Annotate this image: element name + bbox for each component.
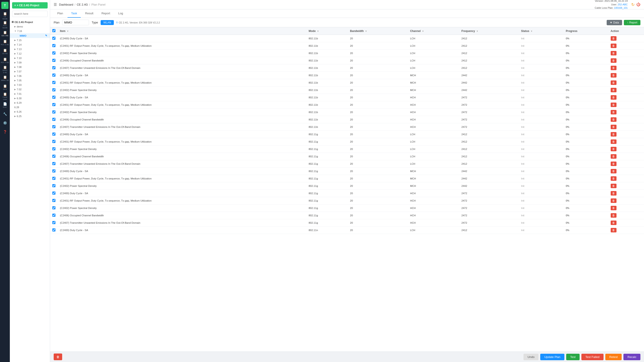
row-checkbox[interactable] xyxy=(52,88,56,91)
sidebar-item-712[interactable]: ▶ 7.12 xyxy=(10,51,50,56)
row-delete-button[interactable]: 🗑 xyxy=(611,154,616,159)
delete-button[interactable]: 🗑 xyxy=(54,354,62,360)
retest-button[interactable]: Retest xyxy=(605,354,622,360)
row-checkbox[interactable] xyxy=(52,132,56,136)
nav-item-doc[interactable]: 📄 DOC xyxy=(1,101,9,109)
row-checkbox[interactable] xyxy=(52,51,56,54)
nav-item-dfs[interactable]: 📋 DFS xyxy=(1,83,9,92)
row-checkbox[interactable] xyxy=(52,228,56,232)
search-input[interactable] xyxy=(12,11,48,17)
row-delete-button[interactable]: 🗑 xyxy=(611,110,616,114)
row-delete-button[interactable]: 🗑 xyxy=(611,184,616,188)
row-delete-button[interactable]: 🗑 xyxy=(611,221,616,225)
row-checkbox[interactable] xyxy=(52,110,56,113)
sidebar-item-625[interactable]: ▶ 6.25 xyxy=(10,114,50,118)
sidebar-item-629[interactable]: ▶ 6.29 xyxy=(10,100,50,105)
power-icon[interactable]: ⏻ xyxy=(636,2,640,7)
sidebar-item-715[interactable]: ▶ 7.15 xyxy=(10,38,50,42)
row-delete-button[interactable]: 🗑 xyxy=(611,73,616,77)
row-delete-button[interactable]: 🗑 xyxy=(611,125,616,129)
row-checkbox[interactable] xyxy=(52,162,56,165)
row-delete-button[interactable]: 🗑 xyxy=(611,132,616,137)
nav-item-settings[interactable]: ⚙️ xyxy=(1,119,9,127)
row-checkbox[interactable] xyxy=(52,155,56,158)
sidebar-item-705[interactable]: ▶ 7.05 xyxy=(10,78,50,83)
nav-item-cableloss[interactable]: 📋 Cable Loss xyxy=(1,92,9,100)
row-delete-button[interactable]: 🗑 xyxy=(611,117,616,122)
row-delete-button[interactable]: 🗑 xyxy=(611,36,616,41)
row-delete-button[interactable]: 🗑 xyxy=(611,206,616,210)
row-delete-button[interactable]: 🗑 xyxy=(611,51,616,55)
sidebar-item-706[interactable]: ▶ 7.06 xyxy=(10,74,50,78)
row-checkbox[interactable] xyxy=(52,221,56,224)
row-checkbox[interactable] xyxy=(52,169,56,173)
report-button[interactable]: ↑ Report xyxy=(624,20,640,25)
sidebar-item-714[interactable]: ▶ 7.14 xyxy=(10,42,50,47)
row-delete-button[interactable]: 🗑 xyxy=(611,162,616,166)
nav-item-fcc24g[interactable]: 📋 FCC 2.4G xyxy=(1,38,9,47)
sidebar-item-708[interactable]: ▶ 7.08 xyxy=(10,65,50,69)
row-checkbox[interactable] xyxy=(52,44,56,47)
row-delete-button[interactable]: 🗑 xyxy=(611,176,616,181)
tab-log[interactable]: Log xyxy=(115,9,127,18)
nav-item-ce5gnr[interactable]: 📋 CE 5GNR xyxy=(1,12,9,20)
row-checkbox[interactable] xyxy=(52,59,56,62)
sidebar-item-626[interactable]: ▶ 6.26 xyxy=(10,109,50,114)
row-checkbox[interactable] xyxy=(52,206,56,209)
row-checkbox[interactable] xyxy=(52,125,56,128)
user-link[interactable]: 252-ABC xyxy=(618,3,628,6)
sidebar-item-628[interactable]: 6.28 xyxy=(10,105,50,109)
row-checkbox[interactable] xyxy=(52,66,56,69)
col-status[interactable]: Status ▼ xyxy=(519,27,564,35)
tab-result[interactable]: Result xyxy=(82,9,97,18)
col-frequency[interactable]: Frequency ▼ xyxy=(459,27,519,35)
sidebar-item-709[interactable]: ▶ 7.09 xyxy=(10,60,50,65)
row-delete-button[interactable]: 🗑 xyxy=(611,58,616,63)
data-button[interactable]: ▼ Data xyxy=(607,20,622,25)
row-checkbox[interactable] xyxy=(52,199,56,202)
row-delete-button[interactable]: 🗑 xyxy=(611,169,616,173)
update-plan-button[interactable]: Update Plan xyxy=(540,354,564,360)
row-delete-button[interactable]: 🗑 xyxy=(611,191,616,196)
row-delete-button[interactable]: 🗑 xyxy=(611,198,616,203)
nav-item-ce5g[interactable]: 📋 CE 5G xyxy=(1,47,9,56)
col-mode[interactable]: Mode ▼ xyxy=(306,27,348,35)
tab-task[interactable]: Task xyxy=(68,9,81,18)
row-checkbox[interactable] xyxy=(52,118,56,121)
row-checkbox[interactable] xyxy=(52,140,56,143)
refresh-icon[interactable]: ↻ xyxy=(631,2,634,7)
row-checkbox[interactable] xyxy=(52,81,56,84)
row-delete-button[interactable]: 🗑 xyxy=(611,139,616,144)
tab-report[interactable]: Report xyxy=(98,9,114,18)
sidebar-item-630[interactable]: ▶ 6.30 xyxy=(10,96,50,100)
test-failed-button[interactable]: Test Failed xyxy=(582,354,604,360)
nav-item-ce24g[interactable]: 📋 CE 2.4G xyxy=(1,29,9,38)
col-item[interactable]: Item ▼ xyxy=(58,27,306,35)
sidebar-item-701[interactable]: ▶ 7.01 xyxy=(10,92,50,96)
nav-item-help[interactable]: ❓ xyxy=(1,128,9,136)
row-checkbox[interactable] xyxy=(52,73,56,77)
nav-item-tools[interactable]: 🔧 xyxy=(1,110,9,118)
sidebar-item-710[interactable]: ▶ 7.10 xyxy=(10,56,50,60)
row-delete-button[interactable]: 🗑 xyxy=(611,95,616,100)
nav-item-srrc24g[interactable]: 📋 SRRC 2.4G xyxy=(1,65,9,74)
hamburger-icon[interactable]: ☰ xyxy=(54,2,57,7)
add-project-button[interactable]: + + CE 2.4G Project xyxy=(12,2,48,8)
breadcrumb-ce24g[interactable]: CE 2.4G xyxy=(77,3,88,6)
row-delete-button[interactable]: 🗑 xyxy=(611,228,616,232)
sidebar-item-716[interactable]: ▼ 7.16 xyxy=(10,29,50,33)
sidebar-item-demo[interactable]: ▶ demo xyxy=(10,24,50,29)
row-checkbox[interactable] xyxy=(52,96,56,99)
cable-loss-link[interactable]: 100168_101 xyxy=(614,6,628,9)
row-checkbox[interactable] xyxy=(52,184,56,187)
row-checkbox[interactable] xyxy=(52,147,56,150)
row-checkbox[interactable] xyxy=(52,214,56,217)
col-bandwidth[interactable]: Bandwidth ▼ xyxy=(348,27,408,35)
sidebar-item-707[interactable]: ▶ 7.07 xyxy=(10,69,50,74)
nav-item-fcc25g[interactable]: 📋 FCC 2.5G xyxy=(1,56,9,65)
row-delete-button[interactable]: 🗑 xyxy=(611,66,616,70)
col-channel[interactable]: Channel ▼ xyxy=(408,27,459,35)
test-button[interactable]: Test xyxy=(566,354,580,360)
tab-plan[interactable]: Plan xyxy=(54,9,67,18)
row-delete-button[interactable]: 🗑 xyxy=(611,213,616,218)
